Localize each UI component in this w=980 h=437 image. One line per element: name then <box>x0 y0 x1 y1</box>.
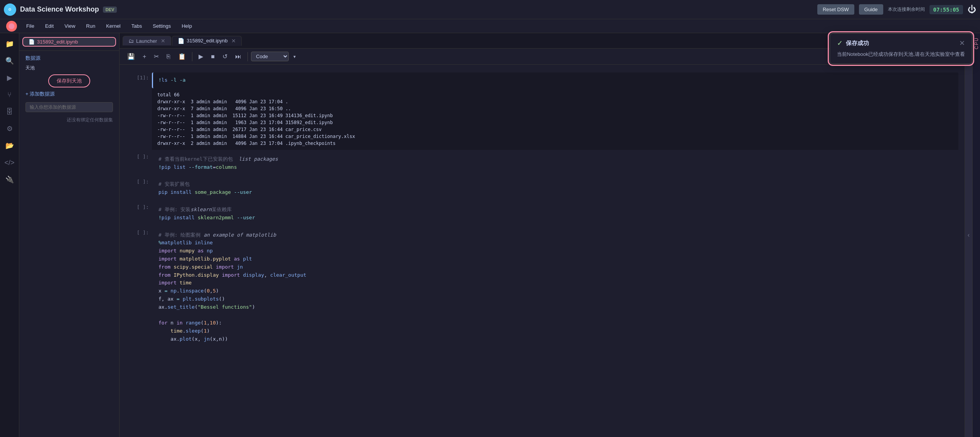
menu-file[interactable]: File <box>22 22 39 30</box>
dev-badge: DEV <box>103 7 117 13</box>
cell-5: [ ]: # 举例: 绘图案例 an example of matplotlib… <box>126 227 958 347</box>
launcher-tab-icon: 🗂 <box>128 38 134 44</box>
menu-kernel[interactable]: Kernel <box>101 22 125 30</box>
sidebar-icon-git[interactable]: ⑂ <box>3 88 17 102</box>
cell-2-prompt: [ ]: <box>126 151 149 175</box>
notification-body: 当前Notebook已经成功保存到天池,请在天池实验室中查看 <box>837 50 965 58</box>
kernel-type-select[interactable]: Code Markdown Raw <box>251 52 289 61</box>
save-to-tiandi-button[interactable]: 保存到天池 <box>48 74 90 87</box>
left-panel: 📄 315892_edit.ipynb 数据源 天池 保存到天池 + 添加数据源… <box>19 33 120 437</box>
notification-title: 保存成功 <box>846 40 869 47</box>
tiandi-label: 天池 <box>25 65 113 71</box>
main-layout: 📁 🔍 ▶ ⑂ 🗄 ⚙ 📂 </> 🔌 📄 315892_edit.ipynb … <box>0 33 980 437</box>
tab-notebook[interactable]: 📄 315892_edit.ipynb ✕ <box>172 36 242 46</box>
menu-view[interactable]: View <box>60 22 80 30</box>
cell-3: [ ]: # 安装扩展包 pip install some_package --… <box>126 176 958 200</box>
cell-4: [ ]: # 举例: 安装sklearn某依赖库 !pip install sk… <box>126 202 958 226</box>
notebook-tab-close[interactable]: ✕ <box>231 38 236 44</box>
sidebar-icon-search[interactable]: 🔍 <box>3 54 17 68</box>
notebook-tab-icon: 📄 <box>178 38 184 44</box>
cut-button[interactable]: ✂ <box>151 51 162 62</box>
notebook-tab-label: 315892_edit.ipynb <box>187 38 227 44</box>
app-logo: ⚙ <box>4 3 16 16</box>
notebook[interactable]: [1]: !ls -l -a total 66 drwxr-xr-x 3 adm… <box>120 65 965 437</box>
file-tree: 📄 315892_edit.ipynb <box>19 33 119 50</box>
cell-5-input[interactable]: # 举例: 绘图案例 an example of matplotlib %mat… <box>152 227 958 347</box>
guide-button[interactable]: Guide <box>859 4 883 15</box>
datasource-input[interactable] <box>25 102 113 112</box>
paste-button[interactable]: 📋 <box>175 51 189 62</box>
sidebar-icons: 📁 🔍 ▶ ⑂ 🗄 ⚙ 📂 </> 🔌 <box>0 33 19 437</box>
collapse-panel-handle[interactable]: ‹ <box>965 33 972 437</box>
toolbar-separator-1 <box>192 52 192 61</box>
far-right-panel: CPU <box>972 33 980 437</box>
cell-1-input[interactable]: !ls -l -a <box>152 72 958 88</box>
main-content: 🗂 Launcher ✕ 📄 315892_edit.ipynb ✕ 💾 + ✂… <box>120 33 965 437</box>
save-success-notification: ✓ 保存成功 ✕ 当前Notebook已经成功保存到天池,请在天池实验室中查看 <box>830 33 972 64</box>
svg-point-2 <box>9 23 15 29</box>
toolbar-separator-2 <box>248 52 248 61</box>
add-datasource-button[interactable]: + 添加数据源 <box>25 91 113 97</box>
cell-5-prompt: [ ]: <box>126 227 149 347</box>
app-title: Data Science Workshop <box>20 5 99 13</box>
menu-settings[interactable]: Settings <box>148 22 175 30</box>
restart-button[interactable]: ↺ <box>219 51 231 62</box>
jupyter-logo <box>6 21 17 32</box>
launcher-tab-close[interactable]: ✕ <box>161 38 165 44</box>
sidebar-icon-run[interactable]: ▶ <box>3 71 17 85</box>
menu-help[interactable]: Help <box>177 22 197 30</box>
sidebar-icon-data[interactable]: 🗄 <box>3 105 17 119</box>
sidebar-icon-extensions[interactable]: 🔌 <box>3 173 17 187</box>
file-item-label: 315892_edit.ipynb <box>37 39 78 45</box>
add-cell-button[interactable]: + <box>140 51 149 62</box>
tab-launcher[interactable]: 🗂 Launcher ✕ <box>123 36 171 45</box>
cell-3-prompt: [ ]: <box>126 176 149 200</box>
svg-text:⚙: ⚙ <box>8 7 12 12</box>
session-label: 本次连接剩余时间 <box>888 6 925 13</box>
cell-3-input[interactable]: # 安装扩展包 pip install some_package --user <box>152 176 958 200</box>
success-icon: ✓ <box>837 39 843 47</box>
power-button[interactable]: ⏻ <box>968 5 976 15</box>
session-timer: 07:55:05 <box>929 5 963 14</box>
sidebar-icon-code[interactable]: </> <box>3 156 17 170</box>
save-toolbar-button[interactable]: 💾 <box>124 51 138 62</box>
menu-bar: File Edit View Run Kernel Tabs Settings … <box>0 19 980 33</box>
cell-4-input[interactable]: # 举例: 安装sklearn某依赖库 !pip install sklearn… <box>152 202 958 226</box>
cell-1: [1]: !ls -l -a total 66 drwxr-xr-x 3 adm… <box>126 72 958 150</box>
fast-forward-button[interactable]: ⏭ <box>232 51 244 62</box>
menu-edit[interactable]: Edit <box>40 22 58 30</box>
stop-button[interactable]: ■ <box>208 51 218 62</box>
notebook-icon: 📄 <box>29 39 35 45</box>
cell-2: [ ]: # 查看当前kernel下已安装的包 list packages !p… <box>126 151 958 175</box>
plus-icon: + <box>25 91 30 97</box>
file-item-notebook[interactable]: 📄 315892_edit.ipynb <box>22 37 116 47</box>
sidebar-icon-folder[interactable]: 📂 <box>3 139 17 153</box>
add-datasource-label: 添加数据源 <box>30 91 55 97</box>
cell-1-prompt: [1]: <box>126 72 149 150</box>
top-bar-right: Reset DSW Guide 本次连接剩余时间 07:55:05 ⏻ <box>817 4 976 15</box>
cell-1-output: total 66 drwxr-xr-x 3 admin admin 4096 J… <box>152 88 958 150</box>
launcher-tab-label: Launcher <box>136 38 157 44</box>
sidebar-icon-settings[interactable]: ⚙ <box>3 122 17 136</box>
run-button[interactable]: ▶ <box>195 51 206 62</box>
sidebar-icon-files[interactable]: 📁 <box>3 37 17 51</box>
menu-run[interactable]: Run <box>81 22 100 30</box>
copy-button[interactable]: ⎘ <box>163 51 173 62</box>
reset-dsw-button[interactable]: Reset DSW <box>817 4 854 15</box>
cell-1-wrapper: !ls -l -a total 66 drwxr-xr-x 3 admin ad… <box>152 72 958 150</box>
datasource-section: 数据源 天池 保存到天池 + 添加数据源 还没有绑定任何数据集 <box>19 50 119 127</box>
no-dataset-label: 还没有绑定任何数据集 <box>25 117 113 123</box>
kernel-dropdown-button[interactable]: ▾ <box>290 52 299 61</box>
datasource-title: 数据源 <box>25 55 113 62</box>
cell-4-prompt: [ ]: <box>126 202 149 226</box>
cell-2-input[interactable]: # 查看当前kernel下已安装的包 list packages !pip li… <box>152 151 958 175</box>
notification-header: ✓ 保存成功 ✕ <box>837 39 965 47</box>
notification-close-button[interactable]: ✕ <box>959 39 965 47</box>
menu-tabs[interactable]: Tabs <box>127 22 146 30</box>
top-bar: ⚙ Data Science Workshop DEV Reset DSW Gu… <box>0 0 980 19</box>
